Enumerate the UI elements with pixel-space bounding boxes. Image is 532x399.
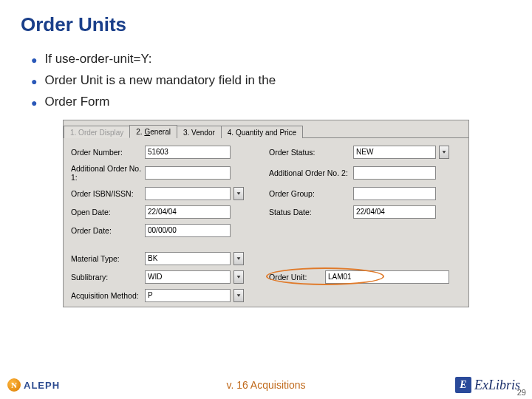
acquisition-method-input[interactable]: P — [145, 289, 231, 302]
order-isbn-issn-input[interactable] — [145, 187, 231, 200]
sublibrary-label: Sublibrary: — [71, 273, 142, 282]
svg-marker-2 — [237, 257, 241, 260]
order-number-input[interactable]: 51603 — [145, 146, 231, 159]
sublibrary-dropdown-button[interactable] — [233, 270, 244, 284]
bullet-list: ●If use-order-unit=Y: ●Order Unit is a n… — [31, 51, 511, 111]
order-form-panel: 1. Order Display 2. General 3. Vendor 4.… — [63, 120, 469, 307]
bullet-icon: ● — [31, 75, 37, 89]
bullet-text: Order Unit is a new mandatory field in t… — [44, 72, 276, 89]
open-date-label: Open Date: — [71, 208, 142, 216]
bullet-item: ●If use-order-unit=Y: — [31, 51, 511, 68]
order-group-input[interactable] — [353, 187, 436, 200]
exlibris-logo: E ExLibris — [455, 377, 520, 393]
additional-order-no2-label: Additional Order No. 2: — [269, 168, 350, 177]
aleph-icon: N — [7, 378, 21, 392]
form-grid: Order Number: 51603 Order Status: NEW Ad… — [64, 138, 468, 307]
acquisition-method-dropdown-button[interactable] — [233, 289, 244, 302]
exlibris-text: ExLibris — [474, 378, 520, 393]
bullet-item: ●Order Unit is a new mandatory field in … — [31, 72, 511, 89]
page-title: Order Units — [21, 13, 511, 36]
order-date-label: Order Date: — [71, 226, 142, 235]
tab-general[interactable]: 2. General — [129, 125, 177, 138]
order-isbn-issn-dropdown-button[interactable] — [233, 187, 244, 200]
additional-order-no1-label: Additional Order No. 1: — [71, 164, 142, 182]
bullet-item: ●Order Form — [31, 94, 511, 111]
additional-order-no2-input[interactable] — [353, 166, 436, 180]
status-date-label: Status Date: — [269, 208, 350, 216]
sublibrary-input[interactable]: WID — [145, 270, 231, 284]
exlibris-icon: E — [455, 377, 471, 393]
tab-vendor[interactable]: 3. Vendor — [177, 126, 222, 138]
aleph-logo: N ALEPH — [7, 378, 60, 392]
bullet-text: Order Form — [44, 94, 109, 111]
order-unit-input[interactable]: LAM01 — [325, 270, 449, 284]
tab-order-display[interactable]: 1. Order Display — [64, 126, 130, 138]
open-date-input[interactable]: 22/04/04 — [145, 205, 231, 219]
svg-marker-4 — [237, 294, 241, 297]
svg-marker-3 — [237, 276, 241, 279]
aleph-text: ALEPH — [24, 380, 60, 391]
bullet-icon: ● — [31, 53, 37, 67]
page-number: 29 — [517, 388, 526, 397]
material-type-input[interactable]: BK — [145, 252, 231, 265]
footer-center-text: v. 16 Acquisitions — [226, 379, 305, 391]
material-type-dropdown-button[interactable] — [233, 252, 244, 265]
order-group-label: Order Group: — [269, 189, 350, 198]
order-unit-label: Order Unit: — [269, 273, 321, 282]
acquisition-method-label: Acquisition Method: — [71, 291, 142, 300]
order-date-input[interactable]: 00/00/00 — [145, 224, 231, 237]
svg-marker-0 — [443, 151, 446, 154]
order-isbn-issn-label: Order ISBN/ISSN: — [71, 189, 142, 198]
bullet-text: If use-order-unit=Y: — [44, 51, 151, 68]
order-status-input[interactable]: NEW — [353, 146, 436, 159]
tab-bar: 1. Order Display 2. General 3. Vendor 4.… — [64, 120, 468, 138]
order-status-label: Order Status: — [269, 148, 350, 157]
footer-bar: N ALEPH v. 16 Acquisitions E ExLibris — [0, 377, 532, 393]
bullet-icon: ● — [31, 96, 37, 110]
order-status-dropdown-button[interactable] — [439, 146, 449, 159]
order-number-label: Order Number: — [71, 148, 142, 157]
status-date-input[interactable]: 22/04/04 — [353, 205, 436, 219]
svg-marker-1 — [237, 192, 241, 195]
material-type-label: Material Type: — [71, 254, 142, 263]
additional-order-no1-input[interactable] — [145, 166, 231, 180]
tab-quantity-price[interactable]: 4. Quantity and Price — [221, 126, 303, 138]
